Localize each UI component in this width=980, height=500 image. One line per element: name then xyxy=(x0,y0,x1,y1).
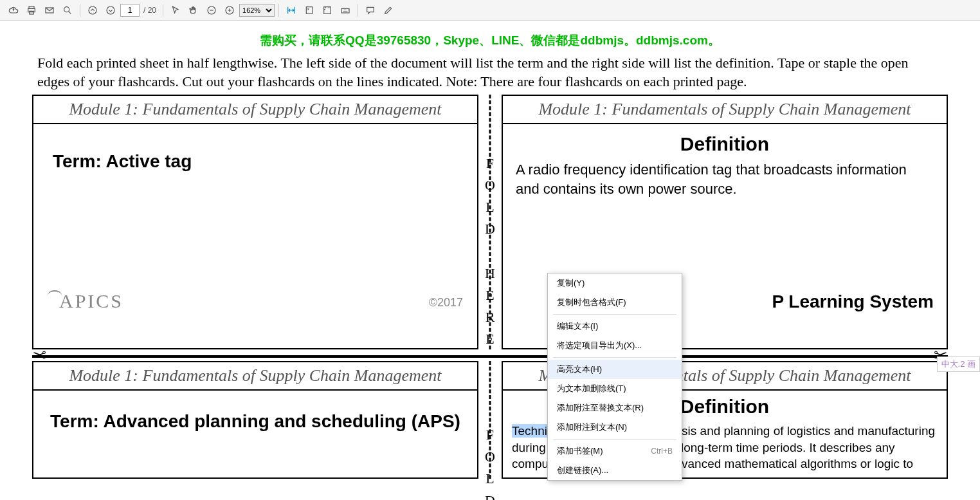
shortcut-label: Ctrl+B xyxy=(651,447,673,456)
pencil-icon[interactable] xyxy=(380,2,397,19)
zoom-out-icon[interactable] xyxy=(203,2,220,19)
term-text: Term: Active tag xyxy=(46,133,464,190)
page-number-input[interactable] xyxy=(120,4,140,17)
page-total-label: / 20 xyxy=(143,6,156,15)
email-icon[interactable] xyxy=(41,2,58,19)
separator xyxy=(163,4,163,17)
separator xyxy=(80,4,80,17)
card-row-2: F O L D Module 1: Fundamentals of Supply… xyxy=(32,361,948,479)
menu-create-link[interactable]: 创建链接(A)... xyxy=(548,461,682,480)
context-menu: 复制(Y) 复制时包含格式(F) 编辑文本(I) 将选定项目导出为(X)... … xyxy=(547,273,682,481)
definition-text: A radio frequency identification tag tha… xyxy=(516,160,934,198)
flashcards-area: F O L D H E R E Module 1: Fundamentals o… xyxy=(0,95,980,479)
menu-strikethrough[interactable]: 为文本加删除线(T) xyxy=(548,379,682,398)
svg-rect-2 xyxy=(30,11,34,14)
definition-title: Definition xyxy=(516,133,934,155)
keyboard-icon[interactable] xyxy=(337,2,354,19)
card-module-header: Module 1: Fundamentals of Supply Chain M… xyxy=(33,96,477,124)
flashcard-term-1: Module 1: Fundamentals of Supply Chain M… xyxy=(32,95,478,349)
fold-label: F O L D H E R E xyxy=(485,153,495,350)
pdf-toolbar: / 20 162% xyxy=(0,0,980,21)
menu-copy-with-format[interactable]: 复制时包含格式(F) xyxy=(548,293,682,312)
page-up-icon[interactable] xyxy=(84,2,101,19)
hand-icon[interactable] xyxy=(185,2,202,19)
search-icon[interactable] xyxy=(59,2,76,19)
zoom-in-icon[interactable] xyxy=(221,2,238,19)
svg-point-5 xyxy=(89,6,96,14)
flashcard-term-2: Module 1: Fundamentals of Supply Chain M… xyxy=(32,361,478,479)
fold-label: F O L D xyxy=(485,424,495,500)
floating-tag[interactable]: 中大.2 画 xyxy=(937,356,980,372)
comment-icon[interactable] xyxy=(362,2,379,19)
svg-point-6 xyxy=(107,6,114,14)
menu-add-note[interactable]: 添加附注到文本(N) xyxy=(548,418,682,437)
menu-export-selection[interactable]: 将选定项目导出为(X)... xyxy=(548,336,682,355)
menu-add-bookmark[interactable]: 添加书签(M)Ctrl+B xyxy=(548,441,682,461)
fullscreen-icon[interactable] xyxy=(319,2,336,19)
term-text: Term: Advanced planning and scheduling (… xyxy=(46,400,464,443)
print-icon[interactable] xyxy=(23,2,40,19)
card-module-header: Module 1: Fundamentals of Supply Chain M… xyxy=(33,362,477,391)
copyright-text: ©2017 xyxy=(429,296,463,310)
watermark-text: 需购买，请联系QQ是39765830，Skype、LINE、微信都是ddbmjs… xyxy=(0,21,980,54)
document-viewport[interactable]: 需购买，请联系QQ是39765830，Skype、LINE、微信都是ddbmjs… xyxy=(0,21,980,500)
apics-logo: APICS xyxy=(48,290,123,312)
zoom-select[interactable]: 162% xyxy=(239,4,275,17)
instructions-text: Fold each printed sheet in half lengthwi… xyxy=(0,54,980,95)
fit-page-icon[interactable] xyxy=(301,2,318,19)
separator xyxy=(278,4,279,17)
card-module-header: Module 1: Fundamentals of Supply Chain M… xyxy=(503,96,947,124)
svg-rect-9 xyxy=(306,6,312,14)
svg-rect-11 xyxy=(341,8,349,13)
menu-separator xyxy=(553,439,676,440)
menu-copy[interactable]: 复制(Y) xyxy=(548,273,682,293)
menu-add-note-replace[interactable]: 添加附注至替换文本(R) xyxy=(548,398,682,418)
cloud-upload-icon[interactable] xyxy=(5,2,22,19)
card-row-1: F O L D H E R E Module 1: Fundamentals o… xyxy=(32,95,948,349)
page-down-icon[interactable] xyxy=(102,2,119,19)
cut-line: ✂ ✂ xyxy=(32,351,948,360)
menu-separator xyxy=(553,357,676,358)
pointer-icon[interactable] xyxy=(167,2,184,19)
fit-width-icon[interactable] xyxy=(283,2,300,19)
menu-separator xyxy=(553,314,676,315)
svg-rect-10 xyxy=(324,6,331,14)
menu-edit-text[interactable]: 编辑文本(I) xyxy=(548,317,682,336)
separator xyxy=(358,4,358,17)
svg-point-4 xyxy=(64,6,69,12)
menu-highlight-text[interactable]: 高亮文本(H) xyxy=(548,360,682,379)
learning-system-label: P Learning System xyxy=(772,292,934,312)
